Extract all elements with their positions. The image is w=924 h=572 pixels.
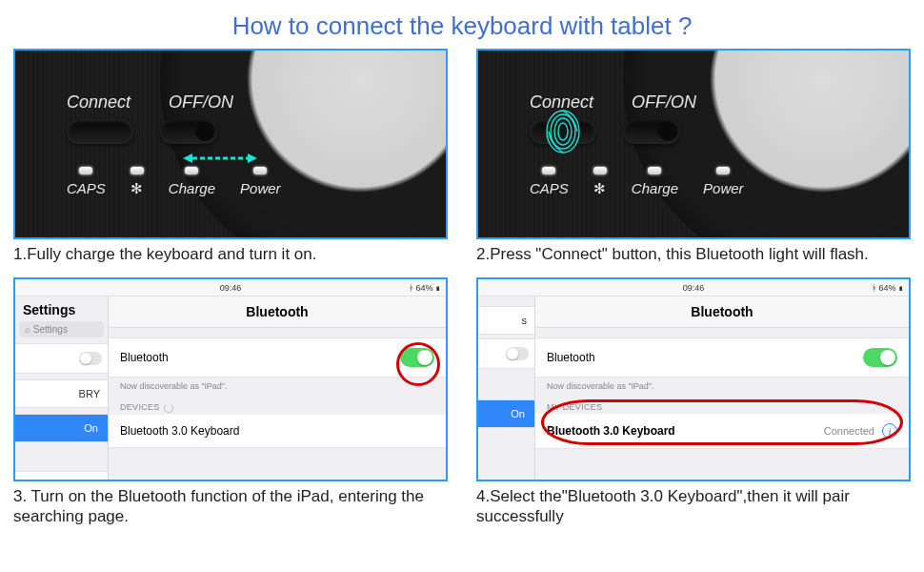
step-2: Connect OFF/ON — [476, 49, 911, 274]
step-3-caption: 3. Turn on the Bluetooth function of the… — [13, 481, 448, 536]
step-1-photo: Connect OFF/ON CAPS ✻ Char — [13, 49, 448, 239]
step-4-caption: 4.Select the"Bluetooth 3.0 Keyboard",the… — [476, 481, 911, 536]
status-bar: 09:46 ᚼ 64% ▮ — [478, 279, 909, 296]
caps-led-label: CAPS — [67, 180, 106, 196]
sidebar-item-bluetooth[interactable]: On — [15, 414, 108, 442]
bluetooth-status-icon: ᚼ — [872, 283, 876, 293]
sidebar-item-bry[interactable]: BRY — [15, 379, 108, 408]
step-3: 09:46 ᚼ 64% ▮ Settings ⌕ Settings ode BR… — [13, 277, 448, 536]
settings-sidebar: Settings ⌕ Settings ode BRY On ns — [15, 296, 109, 480]
bluetooth-led-icon: ✻ — [593, 180, 607, 197]
info-icon[interactable]: i — [882, 423, 897, 439]
sidebar-item-s[interactable]: s — [478, 306, 534, 335]
settings-main: Bluetooth Bluetooth Now discoverable as … — [109, 296, 446, 480]
charge-led-label: Charge — [632, 180, 678, 196]
charge-led-label: Charge — [169, 180, 215, 196]
connect-button — [67, 119, 133, 144]
status-time: 09:46 — [220, 283, 242, 293]
power-switch — [160, 119, 217, 144]
device-status: Connected — [824, 425, 874, 437]
discoverable-note: Now discoverable as "iPad". — [109, 378, 446, 395]
step-1-caption: 1.Fully charge the keyboard and turn it … — [13, 239, 448, 274]
step-1: Connect OFF/ON CAPS ✻ Char — [13, 49, 448, 274]
main-header: Bluetooth — [109, 296, 446, 328]
svg-point-5 — [554, 118, 572, 145]
sidebar-item-ns[interactable]: ns — [15, 471, 108, 481]
sidebar-item-toggle[interactable] — [478, 338, 534, 369]
instruction-grid: Connect OFF/ON CAPS ✻ Char — [0, 49, 924, 536]
step-2-photo: Connect OFF/ON — [476, 49, 911, 239]
svg-point-3 — [547, 111, 579, 153]
offon-label: OFF/ON — [632, 92, 696, 112]
spinner-icon — [164, 403, 173, 413]
settings-main: Bluetooth Bluetooth Now discoverable as … — [535, 296, 909, 480]
offon-label: OFF/ON — [169, 92, 233, 112]
battery-percent: 64% — [415, 283, 432, 293]
power-switch — [623, 119, 680, 144]
step-2-caption: 2.Press "Connect" button, this Bluetooth… — [476, 239, 911, 274]
step-3-screenshot: 09:46 ᚼ 64% ▮ Settings ⌕ Settings ode BR… — [13, 277, 448, 481]
status-bar: 09:46 ᚼ 64% ▮ — [15, 279, 446, 296]
power-led-label: Power — [240, 180, 281, 196]
sidebar-item-mode[interactable]: ode — [15, 343, 108, 374]
bluetooth-led-icon: ✻ — [131, 180, 144, 197]
slide-arrow-icon — [183, 152, 257, 165]
search-input[interactable]: ⌕ Settings — [19, 321, 104, 337]
devices-section-label: MY DEVICES — [535, 395, 909, 414]
bluetooth-status-icon: ᚼ — [409, 283, 413, 293]
page-title: How to connect the keyboard with tablet … — [0, 0, 924, 49]
main-header: Bluetooth — [535, 296, 909, 328]
settings-sidebar: s On — [478, 296, 535, 480]
bluetooth-toggle-row[interactable]: Bluetooth — [535, 337, 909, 378]
status-time: 09:46 — [683, 283, 705, 293]
mode-toggle[interactable] — [506, 347, 529, 360]
devices-section-label: DEVICES — [109, 395, 446, 415]
svg-marker-2 — [248, 153, 257, 163]
svg-point-6 — [558, 123, 568, 140]
step-4-screenshot: 09:46 ᚼ 64% ▮ s On Bluetooth Bluetooth — [476, 277, 911, 481]
sidebar-item-bluetooth[interactable]: On — [478, 399, 534, 428]
fingerprint-icon — [545, 109, 581, 154]
bluetooth-toggle[interactable] — [400, 348, 434, 367]
bluetooth-toggle-row[interactable]: Bluetooth — [109, 337, 446, 378]
device-row-keyboard[interactable]: Bluetooth 3.0 Keyboard — [109, 415, 446, 448]
svg-marker-1 — [183, 153, 192, 163]
discoverable-note: Now discoverable as "iPad". — [535, 378, 909, 395]
connect-button-pressed — [530, 119, 596, 144]
caps-led-label: CAPS — [530, 180, 569, 196]
connect-label: Connect — [67, 92, 131, 112]
sidebar-title: Settings — [15, 296, 108, 321]
device-row-keyboard[interactable]: Bluetooth 3.0 Keyboard Connected i — [535, 414, 909, 449]
bluetooth-toggle[interactable] — [863, 348, 897, 367]
mode-toggle[interactable] — [79, 352, 102, 365]
step-4: 09:46 ᚼ 64% ▮ s On Bluetooth Bluetooth — [476, 277, 911, 536]
battery-percent: 64% — [878, 283, 895, 293]
power-led-label: Power — [703, 180, 744, 196]
